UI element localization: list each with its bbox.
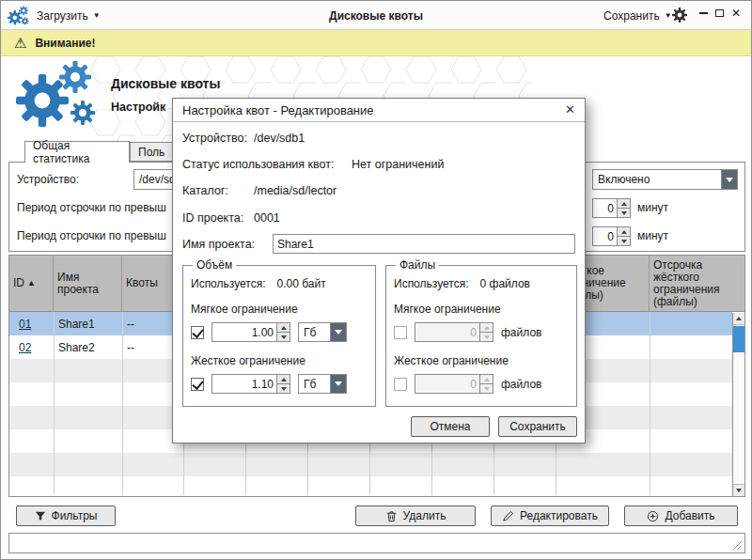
files-used-value: 0 файлов [480, 277, 530, 290]
spinner-down-icon[interactable] [618, 208, 630, 217]
volume-hard-label: Жесткое ограничение [191, 354, 368, 367]
spinner-down-icon[interactable] [277, 332, 290, 341]
files-group-legend: Файлы [396, 258, 439, 272]
minimize-icon [699, 12, 708, 14]
table-gridline [54, 312, 55, 495]
volume-soft-input[interactable] [212, 323, 276, 341]
scrollbar-thumb[interactable] [733, 326, 744, 352]
save-button[interactable]: Сохранить [498, 416, 577, 437]
trash-icon [385, 510, 398, 522]
filters-button[interactable]: Фильтры [16, 506, 116, 526]
sort-asc-icon: ▲ [27, 277, 36, 289]
pencil-icon [502, 510, 514, 522]
quota-edit-dialog: Настройка квот - Редактирование ✕ Устрой… [172, 98, 586, 443]
delete-button-label: Удалить [403, 509, 446, 522]
dialog-titlebar: Настройка квот - Редактирование ✕ [173, 99, 585, 122]
files-hard-checkbox[interactable] [394, 378, 407, 391]
volume-soft-label: Мягкое ограничение [191, 303, 368, 316]
status-bar [8, 533, 745, 553]
volume-hard-unit-select[interactable]: Гб [298, 374, 347, 394]
spinner-down-icon[interactable] [618, 236, 630, 245]
caret-down-icon: ▼ [665, 12, 672, 20]
load-menu[interactable]: Загрузить ▼ [37, 9, 101, 23]
scroll-down-icon[interactable] [733, 484, 744, 496]
status-select[interactable]: Включено [592, 169, 738, 190]
project-name-input[interactable] [273, 234, 575, 254]
caret-down-icon: ▼ [93, 12, 101, 20]
gear-icon[interactable] [672, 8, 687, 23]
files-soft-input[interactable] [415, 323, 479, 341]
minimize-button[interactable] [697, 7, 710, 20]
column-header-hard-grace-files[interactable]: Отсрочка жёсткого ограничения (файлы) [650, 256, 733, 311]
device-label: Устройство: [17, 173, 79, 186]
unit-value: Гб [299, 375, 330, 393]
edit-button-label: Редактировать [520, 509, 598, 522]
save-menu[interactable]: Сохранить ▼ [603, 9, 672, 23]
dialog-catalog-value: /media/sd/lector [254, 184, 337, 197]
delete-button[interactable]: Удалить [355, 506, 476, 526]
tab-general-statistics[interactable]: Общая статистика [24, 141, 130, 163]
warning-icon: ⚠ [14, 36, 26, 50]
volume-soft-spinner[interactable] [212, 322, 290, 342]
maximize-icon [715, 9, 724, 17]
files-hard-unit: файлов [501, 378, 541, 391]
spinner-up-icon[interactable] [277, 323, 290, 332]
app-gears-icon [8, 6, 30, 26]
grace-hard-input[interactable] [593, 227, 617, 245]
add-button[interactable]: Добавить [624, 506, 738, 526]
cancel-button[interactable]: Отмена [411, 416, 490, 437]
plus-icon [647, 510, 659, 522]
dialog-project-name-label: Имя проекта: [182, 238, 255, 251]
files-hard-spinner[interactable] [415, 374, 494, 394]
spinner-up-icon[interactable] [618, 199, 630, 208]
dialog-status-value: Нет ограничений [352, 158, 444, 171]
volume-group: Объём Используется: 0.00 байт Мягкое огр… [182, 258, 376, 407]
volume-soft-checkbox[interactable] [191, 326, 204, 339]
volume-hard-input[interactable] [212, 375, 276, 393]
tab-label: Поль [138, 146, 164, 159]
dialog-status-label: Статус использования квот: [182, 158, 334, 171]
resize-grip-icon[interactable] [732, 540, 743, 551]
files-used-label: Используется: [394, 277, 469, 290]
edit-button[interactable]: Редактировать [491, 506, 609, 526]
unit-value: Гб [299, 323, 330, 341]
table-gridline [650, 312, 650, 495]
column-header-id[interactable]: ID ▲ [9, 256, 54, 311]
grace-hard-unit: минут [637, 229, 668, 242]
tab-label: Общая статистика [33, 139, 121, 165]
files-soft-unit: файлов [501, 326, 541, 339]
spinner-up-icon[interactable] [277, 375, 290, 383]
grace-soft-label: Период отсрочки по превыш [17, 201, 166, 214]
warning-text: Внимание! [35, 37, 95, 50]
close-window-button[interactable]: ✕ [729, 7, 743, 20]
row-id-link[interactable]: 01 [19, 318, 31, 331]
spinner-down-icon[interactable] [277, 383, 290, 393]
table-gridline [122, 312, 123, 495]
vertical-scrollbar[interactable] [732, 313, 744, 496]
dialog-project-id-value: 0001 [254, 211, 280, 225]
scroll-up-icon[interactable] [733, 313, 744, 325]
cancel-button-label: Отмена [430, 420, 470, 433]
grace-hard-spinner[interactable] [592, 226, 631, 246]
files-soft-checkbox[interactable] [394, 326, 407, 339]
maximize-button[interactable] [713, 7, 726, 20]
spinner-up-icon[interactable] [618, 227, 630, 236]
column-header-name[interactable]: Имя проекта [54, 256, 122, 311]
grace-soft-input[interactable] [593, 199, 617, 217]
row-name: Share1 [54, 318, 122, 331]
files-hard-input[interactable] [415, 375, 479, 393]
volume-hard-checkbox[interactable] [191, 378, 204, 391]
files-hard-label: Жесткое ограничение [394, 354, 569, 367]
row-id-link[interactable]: 02 [19, 341, 31, 354]
dropdown-arrow-icon[interactable] [721, 170, 737, 189]
files-group: Файлы Используется: 0 файлов Мягкое огра… [385, 258, 577, 407]
files-soft-spinner[interactable] [415, 322, 494, 342]
grace-soft-spinner[interactable] [592, 198, 631, 218]
close-icon[interactable]: ✕ [565, 102, 575, 117]
volume-hard-spinner[interactable] [212, 374, 290, 394]
dropdown-arrow-icon[interactable] [330, 375, 346, 393]
volume-soft-unit-select[interactable]: Гб [298, 322, 347, 342]
close-icon: ✕ [731, 7, 741, 20]
dropdown-arrow-icon[interactable] [330, 323, 346, 341]
volume-group-legend: Объём [193, 258, 236, 272]
